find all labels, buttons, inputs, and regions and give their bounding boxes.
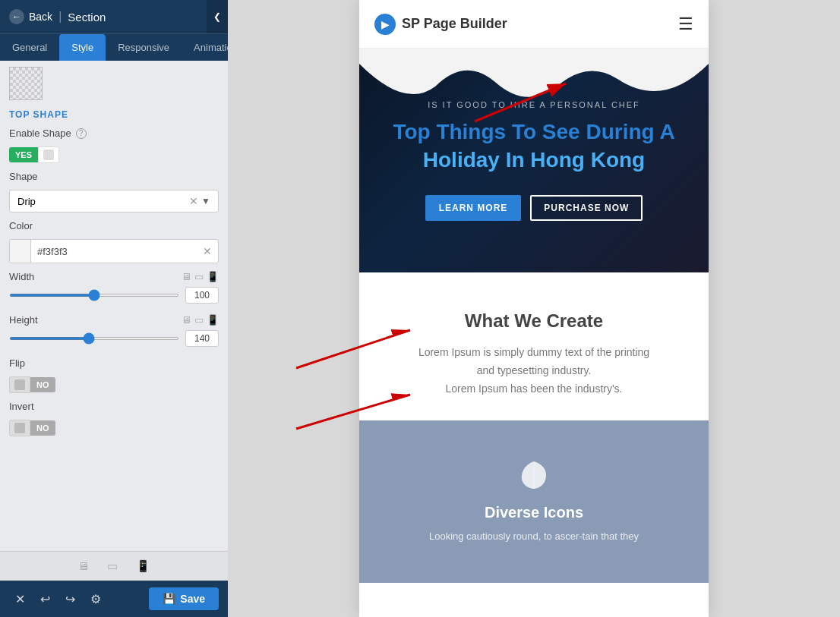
close-icon[interactable]: ✕ (9, 589, 31, 609)
brand-name: SP Page Builder (402, 16, 507, 32)
dropdown-clear-icon[interactable]: ✕ (189, 195, 198, 207)
flip-thumb (9, 376, 30, 393)
height-header: Height 🖥 ▭ 📱 (9, 314, 219, 326)
device-desktop-icon[interactable]: 🖥 (77, 559, 89, 573)
tabs-bar: General Style Responsive Animation (0, 33, 228, 61)
height-slider-wrapper (9, 337, 179, 340)
width-header: Width 🖥 ▭ 📱 (9, 271, 219, 282)
invert-toggle[interactable]: NO (9, 420, 219, 436)
leaf-icon (517, 458, 551, 492)
invert-thumb (9, 420, 30, 436)
top-shape-label: TOP SHAPE (9, 109, 219, 120)
redo-icon[interactable]: ↪ (59, 589, 81, 609)
preview-container: ▶ SP Page Builder ☰ IS IT GOOD TO HIRE A… (359, 0, 709, 617)
invert-thumb-inner (14, 423, 25, 433)
toggle-yes-label: YES (9, 147, 38, 162)
device-bar: 🖥 ▭ 📱 (0, 551, 228, 581)
height-desktop-icon[interactable]: 🖥 (182, 314, 191, 326)
width-device-icons: 🖥 ▭ 📱 (182, 271, 219, 282)
color-swatch (10, 240, 31, 263)
toolbar-icons-left: ✕ ↩ ↪ ⚙ (9, 589, 107, 609)
separator: | (58, 10, 62, 24)
width-tablet-icon[interactable]: ▭ (194, 271, 204, 282)
tab-general[interactable]: General (0, 34, 59, 61)
toggle-yes-thumb (38, 146, 59, 163)
hero-buttons: LEARN MORE PURCHASE NOW (425, 195, 643, 221)
purchase-now-button[interactable]: PURCHASE NOW (530, 195, 643, 221)
width-desktop-icon[interactable]: 🖥 (182, 271, 191, 282)
invert-label-row: Invert (9, 401, 219, 412)
panel-header: ← Back | Section ❮ (0, 0, 228, 33)
brand-icon: ▶ (374, 14, 396, 35)
color-label-row: Color (9, 220, 219, 231)
toggle-thumb-inner (43, 150, 54, 160)
enable-shape-label: Enable Shape (9, 127, 71, 139)
color-field[interactable]: ✕ (9, 239, 219, 263)
save-button[interactable]: 💾 Save (149, 587, 219, 610)
color-field-label: Color (9, 220, 33, 231)
height-label: Height (9, 314, 38, 326)
height-control (9, 330, 219, 347)
navbar-brand: ▶ SP Page Builder (374, 14, 507, 35)
back-icon: ← (9, 9, 24, 24)
settings-icon[interactable]: ⚙ (84, 589, 107, 609)
device-tablet-icon[interactable]: ▭ (107, 559, 118, 573)
help-icon[interactable]: ? (76, 128, 87, 139)
dropdown-arrow-icon: ▼ (201, 196, 210, 206)
width-value-input[interactable] (185, 287, 219, 304)
enable-shape-row: Enable Shape ? (9, 127, 219, 139)
create-text: Lorem Ipsum is simply dummy text of the … (382, 344, 686, 398)
preview-navbar: ▶ SP Page Builder ☰ (359, 0, 709, 49)
device-mobile-icon[interactable]: 📱 (136, 559, 150, 573)
hero-title: Top Things To See During A Holiday In Ho… (393, 118, 674, 174)
height-slider[interactable] (9, 337, 179, 340)
learn-more-button[interactable]: LEARN MORE (425, 195, 522, 221)
icons-section: Diverse Icons Looking cautiously round, … (359, 420, 709, 583)
shape-label-row: Shape (9, 171, 219, 182)
panel-content: TOP SHAPE Enable Shape ? YES Shape Drip … (0, 61, 228, 551)
height-device-icons: 🖥 ▭ 📱 (182, 314, 219, 326)
right-panel: ▶ SP Page Builder ☰ IS IT GOOD TO HIRE A… (228, 0, 840, 617)
height-tablet-icon[interactable]: ▭ (194, 314, 204, 326)
width-slider[interactable] (9, 294, 179, 297)
shape-value: Drip (17, 196, 36, 207)
invert-label: Invert (9, 401, 34, 412)
width-label: Width (9, 271, 34, 282)
save-icon: 💾 (163, 593, 175, 605)
hero-section: IS IT GOOD TO HIRE A PERSONAL CHEF Top T… (359, 49, 709, 272)
height-section: Height 🖥 ▭ 📱 (9, 314, 219, 347)
width-section: Width 🖥 ▭ 📱 (9, 271, 219, 304)
flip-toggle[interactable]: NO (9, 376, 219, 393)
color-input[interactable] (31, 241, 197, 262)
undo-icon[interactable]: ↩ (34, 589, 56, 609)
tab-responsive[interactable]: Responsive (106, 34, 182, 61)
invert-no-label: NO (30, 420, 55, 436)
shape-dropdown[interactable]: Drip ✕ ▼ (9, 190, 219, 212)
height-value-input[interactable] (185, 330, 219, 347)
save-label: Save (180, 593, 205, 605)
width-control (9, 287, 219, 304)
dropdown-controls: ✕ ▼ (189, 195, 210, 207)
icons-title: Diverse Icons (485, 504, 583, 521)
tab-style[interactable]: Style (59, 34, 106, 61)
width-mobile-icon[interactable]: 📱 (207, 271, 219, 282)
drip-top-shape (359, 49, 709, 109)
flip-no-label: NO (30, 377, 55, 392)
back-button[interactable]: ← Back (9, 9, 52, 24)
flip-label-row: Flip (9, 357, 219, 369)
icons-text: Looking cautiously round, to ascer-tain … (429, 529, 639, 545)
back-label: Back (29, 11, 52, 23)
create-title: What We Create (382, 310, 686, 332)
navbar-menu-icon[interactable]: ☰ (678, 14, 693, 34)
left-panel: ← Back | Section ❮ General Style Respons… (0, 0, 228, 617)
bottom-toolbar: ✕ ↩ ↪ ⚙ 💾 Save (0, 581, 228, 617)
color-clear-icon[interactable]: ✕ (197, 241, 218, 262)
enable-shape-toggle[interactable]: YES (9, 146, 219, 163)
section-title: Section (68, 11, 106, 24)
collapse-button[interactable]: ❮ (207, 0, 228, 33)
width-slider-wrapper (9, 294, 179, 297)
collapse-icon: ❮ (213, 11, 221, 22)
shape-field-label: Shape (9, 171, 38, 182)
create-section: What We Create Lorem Ipsum is simply dum… (359, 272, 709, 420)
height-mobile-icon[interactable]: 📱 (207, 314, 219, 326)
